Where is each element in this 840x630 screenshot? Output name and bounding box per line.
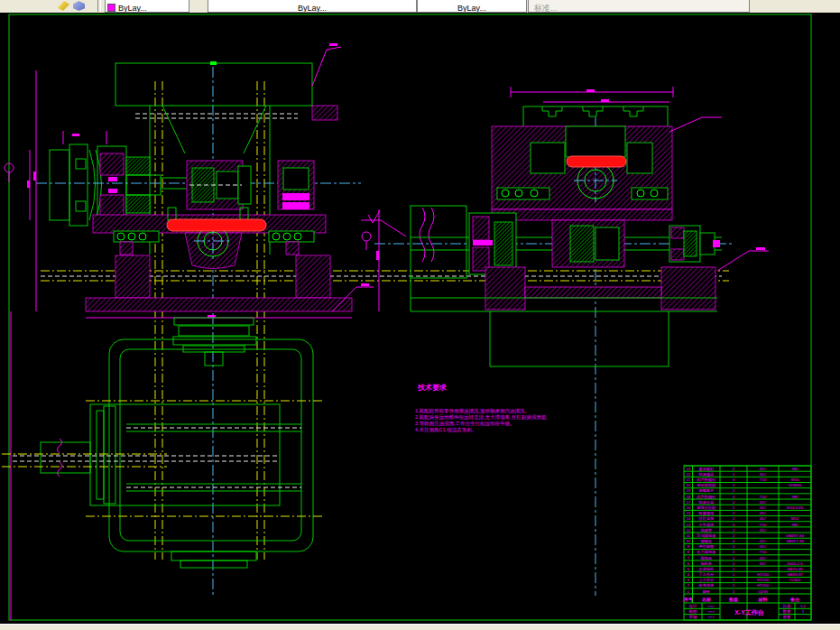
title-block-text: 2 [733,533,735,538]
title-block-text: GB117-86 [786,539,804,543]
title-block-text: 16 [686,505,690,510]
tech-requirement-line: 3.导轨面注油润滑,工作台全行程运动应平稳。 [415,421,515,427]
title-block-text: GB297-84 [786,533,805,538]
title-block-text: 数量 [783,609,791,614]
front-view [36,61,361,311]
title-block-text: 材料 [758,597,768,603]
title-block-text: 45# [760,516,767,521]
title-block-text: Q235 [758,589,768,594]
title-block-text: 1 [733,572,735,577]
title-block-text: 45# [760,500,767,505]
title-block-text: 45# [760,505,767,510]
title-block-text: 8 [687,550,689,554]
title-block-text: 2 [733,516,735,521]
title-block-text: TL№2 [789,578,801,582]
title-block-text: 1 [733,483,735,487]
title-block-text: 1 [802,609,805,614]
title-block-text: 17 [686,500,690,505]
title-block-text: 2 [733,511,735,515]
title-block-text: 2 [733,500,735,505]
title-block-text: 18 [686,495,690,499]
title-block-text: 序号 [683,597,693,603]
title-block-text: 2 [733,561,735,566]
title-block-text: 滚动导轨副 [697,483,715,487]
title-block-text: 45# [760,472,767,477]
title-block-text: 12 [686,528,690,533]
title-block-text: 22 [686,472,690,477]
title-block-text: T10 [760,550,767,554]
title-block-text: 9 [687,544,689,549]
title-block-text: 4 [733,539,735,543]
lineweight-control-value: ByLay... [457,4,486,13]
title-block-text: 1 [733,589,735,594]
title-block-text: ××× [707,604,715,608]
title-block-text: 45# [760,556,767,561]
title-block: 23紧定螺钉245#M622轴承端盖145#21内六角螺钉3T10M1020滚动… [683,466,811,620]
toolbar-separator [97,0,101,12]
selected-part-side[interactable] [567,156,626,167]
status-bar [0,624,840,630]
title-block-text: 丝杠支座 [698,516,715,521]
title-block-text: 轴承套 [700,528,712,533]
linetype-control-value: ByLay... [298,4,327,13]
style-control-value: 标准... [534,4,558,13]
title-block-text: 45# [760,561,767,566]
title-block-text: 15 [686,511,690,515]
title-block-text: 4 [733,495,735,499]
title-block-text: 滚珠丝杠副 [697,505,715,510]
title-block-text: 联轴器 [700,556,712,561]
color-swatch-icon[interactable] [73,1,85,11]
title-block-text: 内六角螺钉 [697,495,716,499]
properties-toolbar: ByLay... ByLay... ByLay... 标准... [0,0,840,14]
selected-part-front[interactable] [167,219,266,231]
linetype-control-dropdown[interactable]: ByLay... [208,0,417,13]
title-block-text: 数量 [728,597,738,602]
title-block-text: 锁紧螺母 [697,511,715,515]
title-block-text: ××× [707,609,715,614]
match-properties-icon[interactable] [58,1,69,11]
title-block-text: M12 [791,516,799,521]
title-block-text: 2 [687,583,689,588]
title-block-text: 3 [733,523,735,527]
title-block-text: 步进电机 [698,567,714,571]
title-block-text: T10 [760,477,767,482]
title-block-text: 制图 [689,609,697,614]
title-block-text: 13 [686,523,690,527]
title-block-text: 45# [760,544,767,549]
color-control-value: ByLay... [118,4,147,13]
plan-view [2,318,325,568]
title-block-text: 7 [687,556,689,561]
title-block-text: X-Y工作台 [734,609,764,616]
title-block-text: 1 [687,589,689,594]
title-block-text: 下工作台 [697,572,714,577]
title-block-text: 1:2 [800,604,807,608]
title-block-text: 45# [760,539,767,543]
magenta-color-chip [107,4,115,12]
title-block-text: 2 [733,488,735,493]
style-control-dropdown[interactable]: 标准... [528,0,750,13]
drawing-canvas[interactable]: 技术要求 1.装配前所有零件用煤油清洗,滚动轴承用汽油清洗。 2.装配后各运动部… [0,13,840,624]
title-block-text: 2 [733,467,735,471]
title-block-text: 2 [733,550,735,554]
title-block-text: 1 [733,472,735,477]
title-block-text: T10 [760,495,767,499]
title-block-text: M10 [791,477,799,482]
title-block-text: GGB16 [789,483,802,487]
title-block-text: 5005-2.5 [787,561,803,566]
title-block-text: 轴承端盖 [698,472,715,477]
tech-requirement-line: 4.未注倒角C1,锐边去毛刺。 [415,427,476,433]
title-block-text: 轴承压盖 [698,500,715,505]
title-block-text: 内六角螺钉 [697,477,716,482]
title-block-text: M6 [792,467,798,471]
title-block-text: 推力球轴承 [697,550,716,554]
title-block-text: 1 [733,567,735,571]
title-block-text: 垫铁 [703,589,711,594]
title-block-text: 上工作台 [698,578,714,582]
title-block-text: 设计 [689,604,697,608]
color-control-dropdown[interactable]: ByLay... [105,0,189,13]
title-block-text: 1 [733,583,735,588]
tech-requirement-line: 2.装配后各运动部件应运转灵活,无卡滞现象,丝杠副涂润滑脂。 [415,414,551,421]
title-block-text: 弹性垫圈 [698,544,714,549]
title-block-text: 11 [686,533,690,538]
lineweight-control-dropdown[interactable]: ByLay... [417,0,527,13]
